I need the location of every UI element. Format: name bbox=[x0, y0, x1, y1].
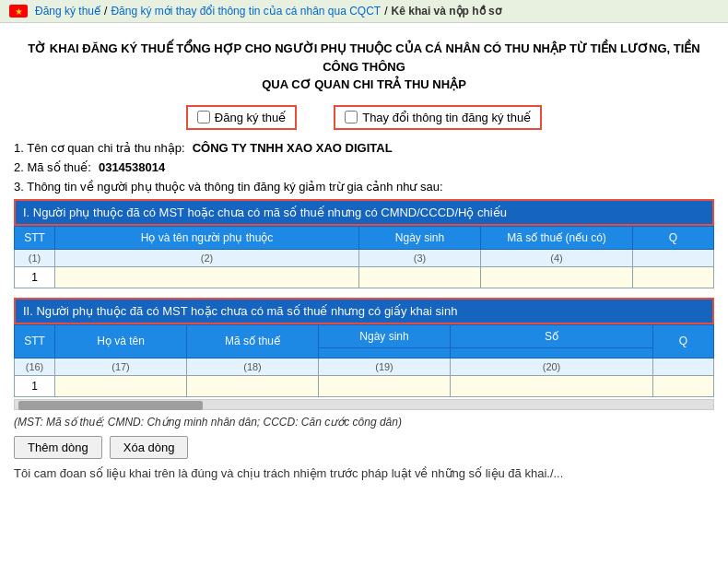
s2-num-20: (20) bbox=[451, 358, 653, 375]
s1-col-dob: Ngày sinh bbox=[359, 226, 481, 249]
section-1-table-wrap: STT Họ và tên người phụ thuộc Ngày sinh … bbox=[14, 226, 714, 288]
xoa-dong-button[interactable]: Xóa dòng bbox=[110, 436, 189, 459]
scrollbar-thumb[interactable] bbox=[18, 401, 203, 410]
breadcrumb-sep-1: / bbox=[104, 5, 107, 18]
s1-num-4: (4) bbox=[481, 249, 633, 266]
footer-note: (MST: Mã số thuế; CMND: Chứng minh nhân … bbox=[14, 416, 714, 429]
field-1-label: 1. Tên cơ quan chi trả thu nhập: bbox=[14, 141, 185, 155]
checkbox-2-label: Thay đổi thông tin đăng ký thuế bbox=[362, 111, 531, 124]
breadcrumb-link-2[interactable]: Đăng ký mới thay đổi thông tin của cá nh… bbox=[111, 5, 381, 18]
s2-col-name: Họ và tên bbox=[55, 324, 187, 358]
s2-row1-dob[interactable] bbox=[319, 375, 451, 396]
s1-row1-dob[interactable] bbox=[359, 266, 481, 288]
s2-row1-name[interactable] bbox=[55, 375, 187, 396]
s1-row1-name[interactable] bbox=[55, 266, 359, 288]
field-2-value: 0314538014 bbox=[99, 160, 165, 174]
section-2-table: STT Họ và tên Mã số thuế Ngày sinh Số Q … bbox=[14, 324, 714, 397]
field-2-label: 2. Mã số thuế: bbox=[14, 160, 91, 174]
s1-row1-q[interactable] bbox=[633, 266, 714, 288]
s2-num-17: (17) bbox=[55, 358, 187, 375]
s2-data-row-1: 1 bbox=[15, 375, 714, 396]
s1-num-row: (1) (2) (3) (4) bbox=[15, 249, 714, 266]
field-2-row: 2. Mã số thuế: 0314538014 bbox=[14, 160, 714, 174]
s1-num-1: (1) bbox=[15, 249, 55, 266]
field-1-row: 1. Tên cơ quan chi trả thu nhập: CÔNG TY… bbox=[14, 141, 714, 155]
dang-ky-thue-checkbox[interactable] bbox=[197, 111, 210, 123]
s2-num-q bbox=[653, 358, 714, 375]
s2-num-18: (18) bbox=[187, 358, 319, 375]
s2-row1-dob-input[interactable] bbox=[323, 379, 446, 394]
field-3-label: 3. Thông tin về người phụ thuộc và thông… bbox=[14, 180, 443, 194]
checkbox-box-1: Đăng ký thuế bbox=[186, 105, 297, 130]
s1-row1-mst[interactable] bbox=[481, 266, 633, 288]
s2-row1-q[interactable] bbox=[653, 375, 714, 396]
s1-col-name: Họ và tên người phụ thuộc bbox=[55, 226, 359, 249]
s2-row1-mst-input[interactable] bbox=[191, 379, 314, 394]
s1-data-row-1: 1 bbox=[15, 266, 714, 288]
section-2-table-wrap: STT Họ và tên Mã số thuế Ngày sinh Số Q … bbox=[14, 324, 714, 397]
s2-col-so-sub bbox=[451, 347, 653, 358]
s2-row1-stt: 1 bbox=[15, 375, 55, 396]
s1-col-mst: Mã số thuế (nếu có) bbox=[481, 226, 633, 249]
thay-doi-thong-tin-checkbox[interactable] bbox=[345, 111, 358, 123]
breadcrumb: ★ Đăng ký thuế / Đăng ký mới thay đổi th… bbox=[0, 0, 728, 23]
section-1-header: I. Người phụ thuộc đã có MST hoặc chưa c… bbox=[14, 199, 714, 226]
breadcrumb-link-1[interactable]: Đăng ký thuế bbox=[35, 5, 100, 18]
declaration-text: Tôi cam đoan số liệu khai trên là đúng v… bbox=[14, 466, 714, 480]
s1-col-stt: STT bbox=[15, 226, 55, 249]
s2-row1-so-input[interactable] bbox=[454, 379, 649, 394]
breadcrumb-current: Kê khai và nộp hồ sơ bbox=[392, 5, 501, 18]
checkbox-1-label: Đăng ký thuế bbox=[215, 111, 286, 124]
s2-col-dob: Ngày sinh bbox=[319, 324, 451, 347]
them-dong-button[interactable]: Thêm dòng bbox=[14, 436, 102, 459]
s2-num-19: (19) bbox=[319, 358, 451, 375]
s2-row1-name-input[interactable] bbox=[59, 379, 182, 394]
s2-col-mst: Mã số thuế bbox=[187, 324, 319, 358]
s2-col-q: Q bbox=[653, 324, 714, 358]
s2-col-stt: STT bbox=[15, 324, 55, 358]
section-2-header: II. Người phụ thuộc đã có MST hoặc chưa … bbox=[14, 298, 714, 324]
s1-row1-stt: 1 bbox=[15, 266, 55, 288]
s2-row1-mst[interactable] bbox=[187, 375, 319, 396]
checkbox-row: Đăng ký thuế Thay đổi thông tin đăng ký … bbox=[14, 105, 714, 130]
s1-num-5 bbox=[633, 249, 714, 266]
field-1-value: CÔNG TY TNHH XAO XAO DIGITAL bbox=[193, 141, 393, 155]
form-title: TỜ KHAI ĐĂNG KÝ THUẾ TỔNG HỢP CHO NGƯỜI … bbox=[14, 40, 714, 94]
s2-row1-q-input[interactable] bbox=[657, 379, 710, 394]
flag-icon: ★ bbox=[9, 5, 28, 18]
section-1-table: STT Họ và tên người phụ thuộc Ngày sinh … bbox=[14, 226, 714, 288]
checkbox-box-2: Thay đổi thông tin đăng ký thuế bbox=[334, 105, 542, 130]
main-content: TỜ KHAI ĐĂNG KÝ THUẾ TỔNG HỢP CHO NGƯỜI … bbox=[0, 23, 728, 489]
s1-row1-name-input[interactable] bbox=[59, 270, 355, 285]
field-3-row: 3. Thông tin về người phụ thuộc và thông… bbox=[14, 180, 714, 194]
s2-col-dob-sub bbox=[319, 347, 451, 358]
s1-row1-mst-input[interactable] bbox=[485, 270, 628, 285]
button-row: Thêm dòng Xóa dòng bbox=[14, 436, 714, 459]
s2-row1-so[interactable] bbox=[451, 375, 653, 396]
s1-row1-q-input[interactable] bbox=[637, 270, 710, 285]
s1-row1-dob-input[interactable] bbox=[363, 270, 476, 285]
s1-num-2: (2) bbox=[55, 249, 359, 266]
form-title-line2: QUA CƠ QUAN CHI TRẢ THU NHẬP bbox=[14, 76, 714, 94]
form-title-line1: TỜ KHAI ĐĂNG KÝ THUẾ TỔNG HỢP CHO NGƯỜI … bbox=[14, 40, 714, 76]
s1-col-q: Q bbox=[633, 226, 714, 249]
s2-num-row: (16) (17) (18) (19) (20) bbox=[15, 358, 714, 375]
s2-num-16: (16) bbox=[15, 358, 55, 375]
s1-num-3: (3) bbox=[359, 249, 481, 266]
horizontal-scrollbar[interactable] bbox=[14, 399, 714, 410]
breadcrumb-sep-2: / bbox=[384, 5, 387, 18]
s2-col-so: Số bbox=[451, 324, 653, 347]
